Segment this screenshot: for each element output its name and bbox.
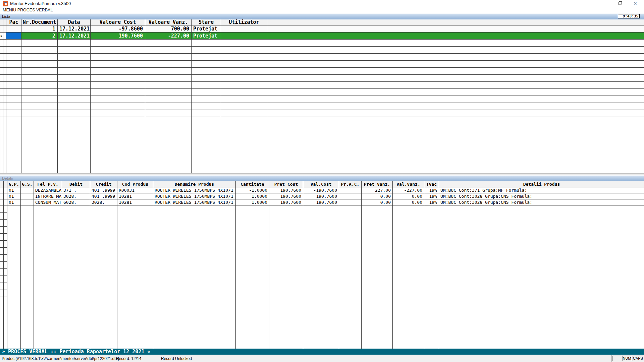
lista-col-header-valoare-cost: Valoare Cost bbox=[91, 19, 145, 25]
empty-row bbox=[0, 248, 644, 255]
empty-row bbox=[0, 166, 644, 173]
detalii-col-header-val-cost: Val.Cost bbox=[303, 181, 339, 187]
empty-row bbox=[0, 159, 644, 166]
clock-display: 9:43:35 bbox=[618, 14, 640, 18]
detalii-col-header-pr-ac: Pr.A.C. bbox=[339, 181, 362, 187]
empty-row bbox=[0, 89, 644, 96]
detalii-col-header-tvac: Tvac bbox=[424, 181, 439, 187]
lista-col-header-pac: Pac bbox=[6, 19, 21, 25]
empty-row bbox=[0, 332, 644, 339]
detalii-caption-label: Detalii bbox=[2, 176, 13, 180]
empty-row bbox=[0, 131, 644, 138]
lista-col-header-data: Data bbox=[58, 19, 91, 25]
detalii-col-header-debit: Debit bbox=[62, 181, 90, 187]
empty-row bbox=[0, 339, 644, 346]
lista-grid: Pac Nr.Document Data Valoare Cost Valoar… bbox=[0, 19, 644, 173]
lista-row-2-selected[interactable]: ▶ 2 17.12.2021 190.7600 -227.00 Protejat bbox=[0, 33, 644, 40]
app-window: Mentor.EvidentaPrimara v.3500 ✕ MENIU PR… bbox=[0, 0, 644, 362]
detalii-col-header-pret-cost: Pret Cost bbox=[269, 181, 303, 187]
empty-row bbox=[0, 145, 644, 152]
empty-row bbox=[0, 269, 644, 276]
detalii-col-header-gp: G.P. bbox=[7, 181, 21, 187]
detalii-header-row: G.P. G.S. Fel P.V. Debit Credit Cod Prod… bbox=[0, 181, 644, 187]
menu-bar: MENIU PROCES VERBAL bbox=[0, 7, 644, 13]
detalii-header-selector bbox=[0, 181, 7, 187]
empty-row bbox=[0, 311, 644, 318]
empty-row bbox=[0, 255, 644, 262]
empty-row bbox=[0, 297, 644, 304]
detalii-col-header-val-vanz: Val.Vanz. bbox=[393, 181, 424, 187]
detalii-row-2[interactable]: 01 INTRARE MA 3028. 401 .9999 10281 ROUT… bbox=[0, 193, 644, 199]
empty-row bbox=[0, 117, 644, 124]
empty-row bbox=[0, 241, 644, 248]
empty-row bbox=[0, 103, 644, 110]
status-file-path: Predoc (\\192.168.5.1\x\#carmen\mentor\s… bbox=[2, 356, 119, 361]
empty-row bbox=[0, 75, 644, 82]
detalii-col-header-credit: Credit bbox=[90, 181, 117, 187]
detalii-row-3[interactable]: 01 CONSUM MAT 6028. 3028. 10281 ROUTER W… bbox=[0, 199, 644, 205]
detalii-panel-caption: Detalii bbox=[0, 175, 644, 181]
empty-row bbox=[0, 234, 644, 241]
empty-row bbox=[0, 152, 644, 159]
restore-button[interactable] bbox=[614, 0, 626, 7]
empty-row bbox=[0, 283, 644, 290]
lista-col-header-valoare-vanz: Valoare Vanz. bbox=[145, 19, 192, 25]
empty-row bbox=[0, 346, 644, 349]
empty-row bbox=[0, 325, 644, 332]
empty-row bbox=[0, 262, 644, 269]
empty-row bbox=[0, 220, 644, 227]
status-lock-state: Record Unlocked bbox=[161, 356, 192, 361]
menu-item-proces-verbal[interactable]: MENIU PROCES VERBAL bbox=[3, 8, 53, 12]
empty-row bbox=[0, 304, 644, 311]
lista-col-header-nr-document: Nr.Document bbox=[21, 19, 58, 25]
title-bar: Mentor.EvidentaPrimara v.3500 ✕ bbox=[0, 0, 644, 7]
detalii-col-header-detalii-produs: Detalii Produs bbox=[439, 181, 644, 187]
detalii-col-header-denumire-produs: Denumire Produs bbox=[153, 181, 236, 187]
lista-row-1[interactable]: 1 17.12.2021 -97.8600 700.00 Protejat bbox=[0, 25, 644, 33]
window-title: Mentor.EvidentaPrimara v.3500 bbox=[10, 1, 71, 6]
lista-header-selector bbox=[0, 19, 6, 25]
status-separator bbox=[611, 355, 611, 362]
empty-row bbox=[0, 213, 644, 220]
detalii-col-header-fel-pv: Fel P.V. bbox=[34, 181, 62, 187]
status-num-lock-indicator: NUM bbox=[622, 356, 632, 361]
detalii-empty-rows bbox=[0, 205, 644, 349]
restore-icon bbox=[619, 1, 622, 5]
empty-row bbox=[0, 276, 644, 283]
app-icon bbox=[3, 1, 8, 6]
status-empty-indicator bbox=[612, 356, 621, 361]
empty-row bbox=[0, 124, 644, 131]
minimize-button[interactable] bbox=[600, 0, 611, 7]
status-record-count: Record: 12/14 bbox=[116, 356, 141, 361]
empty-row bbox=[0, 68, 644, 75]
empty-row bbox=[0, 82, 644, 89]
empty-row bbox=[0, 318, 644, 325]
lista-col-header-stare: Stare bbox=[192, 19, 221, 25]
footer-title-bar: » PROCES VERBAL :: Perioada Rapoartelor … bbox=[0, 349, 644, 355]
empty-row bbox=[0, 96, 644, 103]
detalii-row-1[interactable]: 01 DEZASAMBLA 371 . 401 .9999 R00031 ROU… bbox=[0, 187, 644, 193]
footer-title-text: » PROCES VERBAL :: Perioada Rapoartelor … bbox=[2, 349, 151, 355]
detalii-col-header-cantitate: Cantitate bbox=[236, 181, 269, 187]
empty-row bbox=[0, 40, 644, 47]
detalii-col-header-gs: G.S. bbox=[21, 181, 34, 187]
close-button[interactable]: ✕ bbox=[630, 0, 641, 7]
empty-row bbox=[0, 47, 644, 54]
status-bar: Predoc (\\192.168.5.1\x\#carmen\mentor\s… bbox=[0, 355, 644, 362]
selected-cell-pac[interactable] bbox=[6, 33, 21, 39]
detalii-grid: G.P. G.S. Fel P.V. Debit Credit Cod Prod… bbox=[0, 181, 644, 349]
lista-empty-rows bbox=[0, 40, 644, 173]
empty-row bbox=[0, 205, 644, 213]
empty-row bbox=[0, 110, 644, 117]
status-caps-lock-indicator: CAPS bbox=[633, 356, 643, 361]
detalii-col-header-pret-vanz: Pret Vanz. bbox=[362, 181, 393, 187]
current-row-marker: ▶ bbox=[1, 33, 2, 39]
empty-row bbox=[0, 227, 644, 234]
lista-header-row: Pac Nr.Document Data Valoare Cost Valoar… bbox=[0, 19, 644, 25]
minimize-icon bbox=[604, 4, 607, 4]
lista-col-header-utilizator: Utilizator bbox=[221, 19, 267, 25]
empty-row bbox=[0, 61, 644, 68]
detalii-col-header-cod-produs: Cod Produs bbox=[117, 181, 153, 187]
lista-caption-label: Lista bbox=[2, 14, 10, 18]
empty-row bbox=[0, 54, 644, 61]
